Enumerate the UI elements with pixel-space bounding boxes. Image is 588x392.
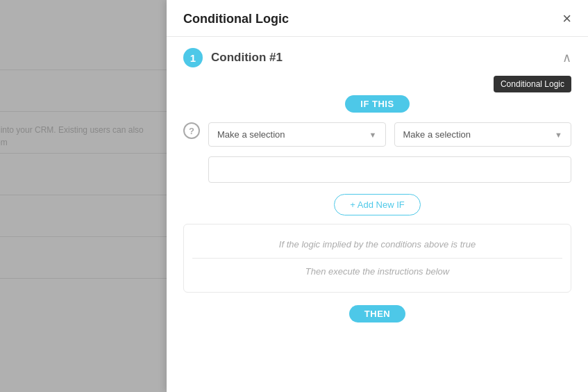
- chevron-down-icon-1: ▼: [369, 131, 377, 139]
- dropdown-value-select[interactable]: Make a selection ▼: [394, 122, 572, 147]
- bg-line-5: [0, 236, 167, 237]
- modal-title: Conditional Logic: [183, 12, 289, 26]
- modal-header: Conditional Logic ×: [167, 0, 588, 37]
- condition-header: 1 Condition #1 ∧: [167, 37, 588, 76]
- condition-left: 1 Condition #1: [183, 48, 283, 67]
- dropdown2-label: Make a selection: [403, 129, 471, 140]
- bg-line-6: [0, 278, 167, 279]
- background-panel: ct into your CRM. Existing users can als…: [0, 0, 167, 392]
- bg-line-4: [0, 195, 167, 195]
- logic-line-1: If the logic implied by the conditions a…: [192, 237, 562, 252]
- help-icon[interactable]: ?: [183, 122, 200, 139]
- if-this-badge: IF THIS: [345, 95, 409, 113]
- if-this-label-row: IF THIS: [183, 95, 571, 113]
- logic-divider: [192, 258, 562, 259]
- condition-inputs-row: ? Make a selection ▼ Make a selection ▼: [183, 122, 571, 147]
- then-row: THEN: [167, 305, 588, 322]
- bg-line-1: [0, 70, 167, 70]
- dropdown-field-select[interactable]: Make a selection ▼: [208, 122, 386, 147]
- tooltip-bar: Conditional Logic: [167, 76, 588, 95]
- conditional-logic-modal: Conditional Logic × 1 Condition #1 ∧ Con…: [167, 0, 588, 392]
- background-text: ct into your CRM. Existing users can als…: [0, 118, 167, 154]
- add-new-if-button[interactable]: + Add New IF: [334, 194, 420, 215]
- add-new-if-row: + Add New IF: [167, 194, 588, 215]
- tooltip-box: Conditional Logic: [494, 76, 571, 92]
- condition-text-input[interactable]: [208, 156, 571, 183]
- close-button[interactable]: ×: [562, 11, 571, 26]
- condition-number: 1: [183, 48, 203, 67]
- text-input-row: [183, 156, 571, 183]
- then-badge: THEN: [349, 305, 405, 322]
- selects-row: Make a selection ▼ Make a selection ▼: [208, 122, 571, 147]
- bg-line-2: [0, 111, 167, 112]
- logic-description-box: If the logic implied by the conditions a…: [183, 224, 571, 293]
- collapse-icon[interactable]: ∧: [562, 50, 571, 65]
- if-this-section: IF THIS ? Make a selection ▼ Make a sele…: [167, 95, 588, 183]
- logic-line-2: Then execute the instructions below: [192, 264, 562, 279]
- dropdown1-label: Make a selection: [217, 129, 285, 140]
- condition-title: Condition #1: [211, 51, 283, 65]
- chevron-down-icon-2: ▼: [555, 131, 562, 139]
